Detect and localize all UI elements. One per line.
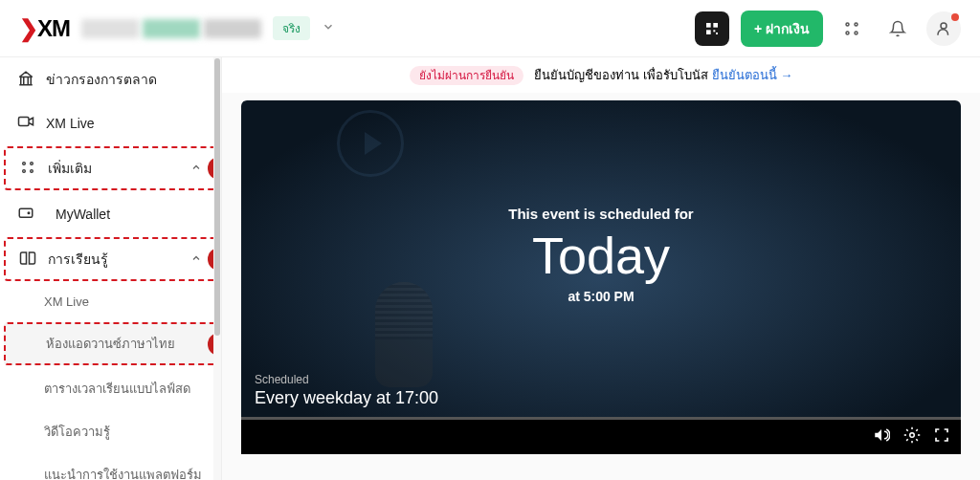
svg-rect-0 bbox=[706, 23, 711, 28]
event-time: at 5:00 PM bbox=[241, 289, 961, 304]
sidebar: ข่าวกรองการตลาด XM Live เพิ่มเติม 1 MyWa… bbox=[0, 57, 222, 480]
chevron-up-icon bbox=[190, 252, 202, 267]
schedule-overlay: Scheduled Every weekday at 17:00 bbox=[253, 365, 949, 416]
sidebar-label: การเรียนรู้ bbox=[48, 249, 108, 270]
sidebar-item-learn[interactable]: การเรียนรู้ 2 bbox=[4, 237, 217, 281]
event-line1: This event is scheduled for bbox=[241, 206, 961, 222]
event-info: This event is scheduled for Today at 5:0… bbox=[241, 206, 961, 304]
video-icon bbox=[17, 113, 34, 133]
chevron-up-icon bbox=[190, 162, 202, 176]
svg-point-17 bbox=[910, 433, 915, 438]
settings-gear-icon[interactable] bbox=[903, 426, 921, 447]
svg-point-8 bbox=[855, 32, 858, 34]
svg-rect-10 bbox=[19, 118, 30, 126]
logo[interactable]: ❯XM bbox=[19, 15, 70, 42]
sidebar-item-mywallet[interactable]: MyWallet bbox=[0, 192, 221, 235]
play-circle-art bbox=[337, 110, 404, 177]
sidebar-item-more[interactable]: เพิ่มเติม 1 bbox=[4, 146, 217, 190]
svg-point-16 bbox=[28, 212, 30, 214]
svg-point-5 bbox=[846, 23, 849, 26]
sidebar-sub-xmlive[interactable]: XM Live bbox=[0, 283, 221, 320]
sidebar-label: เพิ่มเติม bbox=[48, 158, 92, 179]
qr-icon[interactable] bbox=[695, 11, 729, 46]
verify-link[interactable]: ยืนยันตอนนี้ bbox=[712, 68, 777, 82]
grid-icon bbox=[19, 160, 36, 178]
svg-point-6 bbox=[855, 23, 858, 26]
sidebar-sub-advance-thai[interactable]: ห้องแอดวานซ์ภาษาไทย 3 bbox=[4, 322, 217, 365]
bank-icon bbox=[17, 70, 34, 90]
sidebar-item-xmlive[interactable]: XM Live bbox=[0, 101, 221, 144]
deposit-button[interactable]: + ฝากเงิน bbox=[741, 11, 823, 47]
event-day: Today bbox=[241, 226, 961, 285]
svg-rect-3 bbox=[713, 30, 715, 32]
fullscreen-icon[interactable] bbox=[934, 427, 949, 447]
top-header: ❯XM จริง + ฝากเงิน bbox=[0, 0, 980, 57]
sidebar-scrollbar[interactable] bbox=[213, 57, 221, 480]
wallet-icon bbox=[17, 204, 34, 224]
sidebar-item-market-news[interactable]: ข่าวกรองการตลาด bbox=[0, 57, 221, 101]
svg-rect-1 bbox=[713, 23, 718, 28]
book-icon bbox=[19, 250, 36, 270]
schedule-label: Scheduled bbox=[255, 373, 947, 386]
sidebar-label: XM Live bbox=[46, 116, 95, 131]
account-status-badge: จริง bbox=[273, 16, 310, 40]
sidebar-label: MyWallet bbox=[56, 207, 110, 222]
verify-text: ยืนยันบัญชีของท่าน เพื่อรับโบนัส bbox=[534, 68, 708, 82]
svg-point-14 bbox=[31, 169, 33, 172]
sidebar-sub-platform[interactable]: แนะนำการใช้งานแพลตฟอร์ม bbox=[0, 453, 221, 480]
arrow-right-icon: → bbox=[780, 68, 792, 82]
svg-rect-2 bbox=[706, 30, 711, 34]
account-blurred bbox=[81, 19, 261, 38]
sidebar-label: ข่าวกรองการตลาด bbox=[46, 69, 157, 90]
bell-icon[interactable] bbox=[880, 11, 915, 46]
svg-point-13 bbox=[23, 169, 26, 172]
svg-rect-15 bbox=[19, 208, 33, 217]
account-dropdown-icon[interactable] bbox=[322, 20, 335, 37]
svg-point-12 bbox=[31, 162, 33, 164]
main-content: ยังไม่ผ่านการยืนยัน ยืนยันบัญชีของท่าน เ… bbox=[222, 57, 980, 480]
sidebar-sub-video[interactable]: วิดีโอความรู้ bbox=[0, 410, 221, 453]
svg-point-11 bbox=[23, 162, 26, 164]
schedule-text: Every weekday at 17:00 bbox=[255, 388, 947, 408]
profile-icon[interactable] bbox=[926, 11, 961, 46]
svg-point-9 bbox=[941, 23, 947, 29]
video-controls-bar bbox=[241, 420, 961, 454]
volume-icon[interactable] bbox=[873, 426, 890, 447]
verify-status-pill: ยังไม่ผ่านการยืนยัน bbox=[410, 66, 523, 85]
apps-grid-icon[interactable] bbox=[835, 11, 869, 46]
sidebar-sub-schedule[interactable]: ตารางเวลาเรียนแบบไลฟ์สด bbox=[0, 367, 221, 410]
video-player: This event is scheduled for Today at 5:0… bbox=[241, 100, 961, 454]
svg-point-7 bbox=[846, 32, 849, 34]
svg-rect-4 bbox=[716, 33, 718, 34]
notification-dot bbox=[951, 13, 959, 21]
verify-banner: ยังไม่ผ่านการยืนยัน ยืนยันบัญชีของท่าน เ… bbox=[222, 57, 980, 93]
